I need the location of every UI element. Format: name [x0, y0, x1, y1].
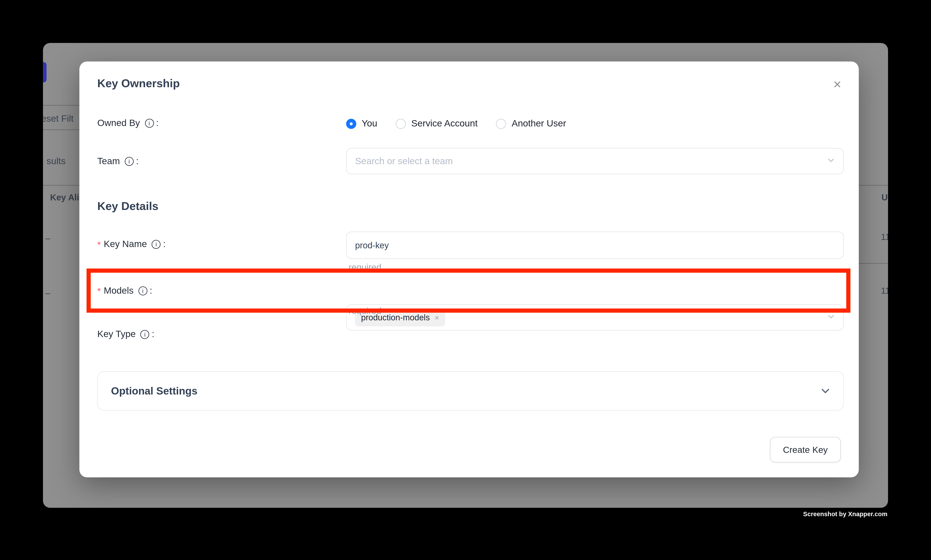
background-divider — [859, 185, 888, 186]
background-divider — [43, 129, 80, 130]
background-row2-date: 11/ — [881, 285, 888, 295]
background-blue-button-fragment — [43, 62, 47, 82]
key-name-input[interactable]: prod-key — [346, 231, 844, 259]
required-asterisk: * — [97, 239, 101, 249]
info-icon[interactable] — [145, 119, 154, 128]
radio-unselected-icon[interactable] — [396, 118, 406, 129]
owned-by-label: Owned By : — [97, 118, 159, 128]
background-results-text: sults — [47, 156, 66, 166]
key-name-required-message: required — [349, 262, 381, 272]
background-updated-header: Up — [882, 193, 888, 202]
radio-option-service-account[interactable]: Service Account — [396, 118, 478, 129]
watermark-text: Screenshot by Xnapper.com — [803, 510, 888, 517]
background-row1-date: 11/ — [881, 231, 888, 242]
radio-selected-icon[interactable] — [346, 118, 356, 129]
models-required-message: required — [349, 306, 381, 316]
key-type-label: Key Type : — [97, 329, 154, 340]
background-row2-dash: – — [45, 288, 50, 298]
background-row1-dash: – — [45, 233, 50, 243]
radio-unselected-icon[interactable] — [496, 118, 506, 129]
radio-option-you[interactable]: You — [346, 118, 377, 129]
radio-option-another-user[interactable]: Another User — [496, 118, 566, 129]
owned-by-radio-group: You Service Account Another User — [346, 113, 844, 134]
chevron-down-icon — [827, 156, 835, 166]
background-divider — [43, 185, 80, 186]
background-divider — [43, 105, 80, 106]
background-divider — [859, 263, 888, 264]
optional-settings-expander[interactable]: Optional Settings — [97, 371, 844, 411]
models-label: * Models : — [97, 285, 152, 296]
background-key-alias-header: Key Alia — [50, 193, 84, 202]
team-select[interactable]: Search or select a team — [346, 148, 844, 174]
info-icon[interactable] — [152, 240, 160, 249]
create-key-modal: × Key Ownership Owned By : You Service A… — [79, 62, 859, 477]
info-icon[interactable] — [125, 157, 134, 166]
key-details-section-title: Key Details — [97, 200, 159, 213]
background-reset-filters-text: eset Filt — [43, 114, 74, 124]
chevron-down-icon — [827, 312, 835, 323]
chevron-down-icon — [820, 386, 830, 395]
required-asterisk: * — [97, 285, 101, 295]
tag-remove-icon[interactable]: × — [434, 314, 439, 322]
team-label: Team : — [97, 156, 138, 166]
key-name-label: * Key Name : — [97, 239, 166, 250]
key-ownership-section-title: Key Ownership — [97, 77, 180, 90]
info-icon[interactable] — [140, 330, 149, 339]
models-select[interactable]: production-models × — [346, 304, 844, 331]
info-icon[interactable] — [138, 286, 147, 295]
screenshot-stage: eset Filt sults Key Alia – – Up 11/ 11/ … — [0, 0, 931, 560]
app-window: eset Filt sults Key Alia – – Up 11/ 11/ … — [43, 43, 888, 508]
create-key-button[interactable]: Create Key — [770, 437, 841, 462]
close-icon[interactable]: × — [829, 76, 846, 92]
